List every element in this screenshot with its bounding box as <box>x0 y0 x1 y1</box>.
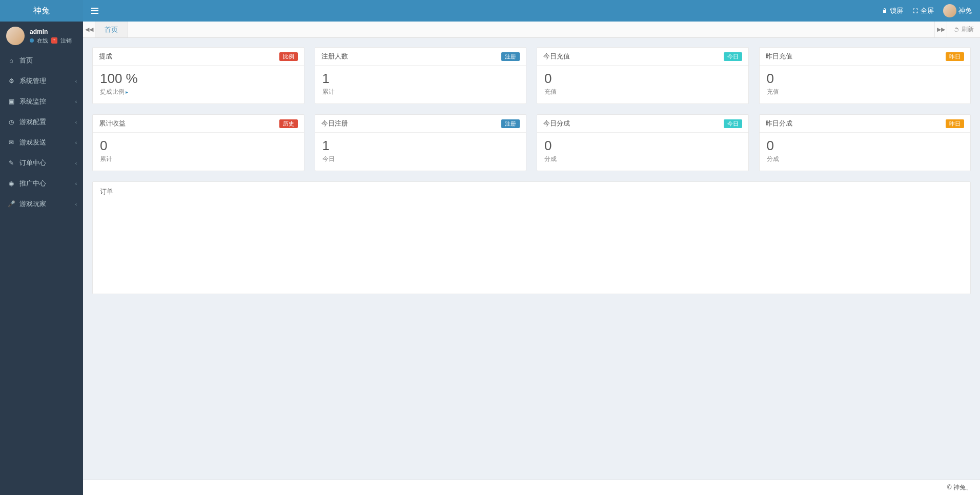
card-today-split: 今日分成 今日 0 分成 <box>537 114 749 171</box>
main: 锁屏 全屏 神兔 ◀◀ 首页 ▶▶ <box>83 0 980 495</box>
card-yesterday-split: 昨日分成 昨日 0 分成 <box>759 114 971 171</box>
nav-game-player[interactable]: 🎤 游戏玩家 ‹ <box>0 194 83 214</box>
card-total-earnings: 累计收益 历史 0 累计 <box>92 114 304 171</box>
content: 提成 比例 100 % 提成比例▸ 注册人数 注册 1 累计 <box>83 38 980 480</box>
fullscreen-button[interactable]: 全屏 <box>912 6 934 15</box>
card-title: 今日充值 <box>543 52 570 61</box>
lock-label: 锁屏 <box>890 6 903 15</box>
tabs-prev[interactable]: ◀◀ <box>83 22 95 37</box>
card-value: 100 % <box>100 71 297 87</box>
online-label: 在线 <box>37 36 48 45</box>
badge: 昨日 <box>946 119 964 128</box>
card-value: 0 <box>544 71 741 87</box>
logout-link[interactable]: 注销 <box>60 36 72 45</box>
online-dot-icon <box>30 38 34 43</box>
badge: 今日 <box>724 119 742 128</box>
lock-icon <box>882 8 888 14</box>
nav-game-config[interactable]: ◷ 游戏配置 ‹ <box>0 112 83 132</box>
card-sub: 分成 <box>544 155 557 163</box>
tab-home[interactable]: 首页 <box>95 22 128 37</box>
edit-icon: ✎ <box>7 159 15 167</box>
card-value: 1 <box>322 71 519 87</box>
nav-promo-center-label: 推广中心 <box>19 179 46 188</box>
avatar[interactable] <box>6 27 25 45</box>
nav-system-monitor-label: 系统监控 <box>19 97 46 106</box>
card-yesterday-recharge: 昨日充值 昨日 0 充值 <box>759 47 971 104</box>
nav-game-player-label: 游戏玩家 <box>19 199 46 209</box>
badge: 历史 <box>279 119 298 128</box>
tabs-bar: ◀◀ 首页 ▶▶ 刷新 <box>83 22 980 38</box>
user-info: admin 在线 注销 <box>30 27 72 45</box>
nav-home[interactable]: ⌂ 首页 <box>0 50 83 71</box>
eye-icon: ◉ <box>7 180 15 187</box>
card-value: 0 <box>767 71 964 87</box>
card-title: 今日分成 <box>543 119 570 128</box>
badge: 今日 <box>724 52 742 61</box>
brand-logo[interactable]: 神兔 <box>0 0 83 22</box>
nav-promo-center[interactable]: ◉ 推广中心 ‹ <box>0 173 83 194</box>
user-name: admin <box>30 27 72 36</box>
order-title: 订单 <box>93 182 970 201</box>
chevron-left-icon: ‹ <box>75 78 77 84</box>
copyright: © 神兔、 <box>947 483 972 492</box>
bars-icon <box>91 10 98 11</box>
badge: 比例 <box>279 52 298 61</box>
card-value: 1 <box>322 138 519 154</box>
topbar: 锁屏 全屏 神兔 <box>83 0 980 22</box>
logout-icon <box>51 37 57 44</box>
sidebar-toggle[interactable] <box>83 0 107 22</box>
card-sub: 提成比例 <box>100 88 125 96</box>
card-value: 0 <box>100 138 297 154</box>
expand-icon <box>912 8 918 14</box>
chevron-left-icon: ‹ <box>75 181 77 187</box>
nav-game-send[interactable]: ✉ 游戏发送 ‹ <box>0 132 83 153</box>
chevron-left-icon: ‹ <box>75 160 77 166</box>
user-panel: admin 在线 注销 <box>0 22 83 50</box>
envelope-icon: ✉ <box>7 139 15 146</box>
card-title: 累计收益 <box>99 119 126 128</box>
nav-order-center[interactable]: ✎ 订单中心 ‹ <box>0 153 83 173</box>
card-today-recharge: 今日充值 今日 0 充值 <box>537 47 749 104</box>
card-sub: 累计 <box>322 88 335 96</box>
card-title: 昨日充值 <box>766 52 792 61</box>
nav-system-monitor[interactable]: ▣ 系统监控 ‹ <box>0 91 83 112</box>
chevron-left-icon: ‹ <box>75 99 77 105</box>
nav-system-manage[interactable]: ⚙ 系统管理 ‹ <box>0 71 83 91</box>
card-sub: 充值 <box>767 88 779 96</box>
order-panel: 订单 <box>92 181 971 294</box>
avatar <box>943 4 956 17</box>
nav-game-config-label: 游戏配置 <box>19 117 46 127</box>
top-username: 神兔 <box>958 6 972 15</box>
nav-system-manage-label: 系统管理 <box>19 76 46 86</box>
tabs-next[interactable]: ▶▶ <box>934 22 947 37</box>
lock-button[interactable]: 锁屏 <box>882 6 903 15</box>
card-title: 昨日分成 <box>766 119 792 128</box>
nav-menu: ⌂ 首页 ⚙ 系统管理 ‹ ▣ 系统监控 ‹ ◷ 游戏配置 ‹ ✉ 游戏发送 ‹ <box>0 50 83 495</box>
user-menu[interactable]: 神兔 <box>943 4 972 17</box>
card-commission: 提成 比例 100 % 提成比例▸ <box>92 47 304 104</box>
card-value: 0 <box>544 138 741 154</box>
chevron-left-icon: ‹ <box>75 201 77 207</box>
card-sub: 累计 <box>100 155 112 163</box>
badge: 昨日 <box>946 52 964 61</box>
refresh-label: 刷新 <box>962 25 974 34</box>
card-today-register: 今日注册 注册 1 今日 <box>315 114 527 171</box>
nav-order-center-label: 订单中心 <box>19 158 46 168</box>
cards-row-2: 累计收益 历史 0 累计 今日注册 注册 1 今日 <box>92 114 971 171</box>
card-registrations: 注册人数 注册 1 累计 <box>315 47 527 104</box>
card-sub: 今日 <box>322 155 335 163</box>
chevron-left-icon: ‹ <box>75 140 77 146</box>
footer: © 神兔、 <box>83 480 980 495</box>
double-right-icon: ▶▶ <box>937 26 945 33</box>
chevron-left-icon: ‹ <box>75 119 77 125</box>
badge: 注册 <box>501 119 520 128</box>
fullscreen-label: 全屏 <box>921 6 934 15</box>
refresh-button[interactable]: 刷新 <box>947 22 980 37</box>
card-title: 今日注册 <box>321 119 348 128</box>
sidebar: 神兔 admin 在线 注销 ⌂ 首页 ⚙ 系统管理 ‹ <box>0 0 83 495</box>
nav-game-send-label: 游戏发送 <box>19 138 46 147</box>
badge: 注册 <box>501 52 520 61</box>
cards-row-1: 提成 比例 100 % 提成比例▸ 注册人数 注册 1 累计 <box>92 47 971 104</box>
info-icon: ▸ <box>126 89 128 95</box>
refresh-icon <box>953 27 959 33</box>
